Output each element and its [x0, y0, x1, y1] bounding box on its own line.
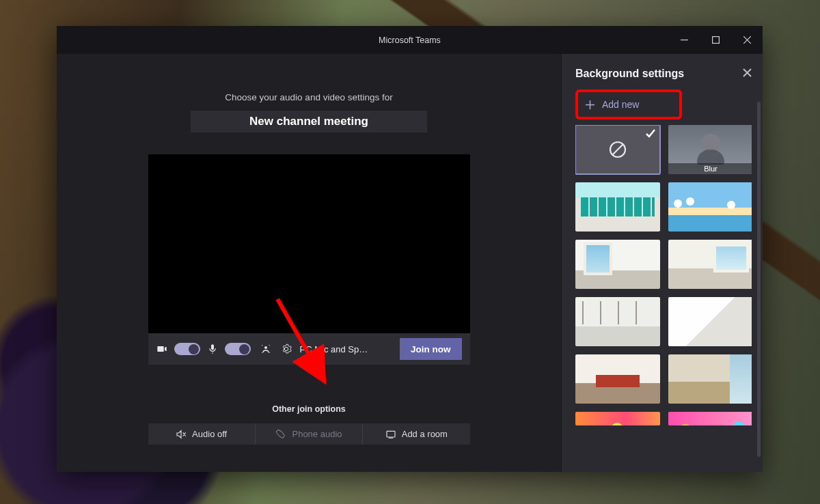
settings-subhead: Choose your audio and video settings for	[225, 92, 392, 102]
phone-audio-label: Phone audio	[292, 429, 342, 439]
microphone-icon	[207, 344, 218, 354]
window-body: Choose your audio and video settings for…	[57, 54, 763, 472]
background-blur[interactable]: Blur	[668, 125, 752, 174]
minimize-button[interactable]	[668, 26, 700, 54]
camera-preview	[148, 154, 470, 333]
preview-card: PC Mic and Sp… Join now	[148, 154, 470, 365]
background-thumb[interactable]	[668, 412, 752, 425]
background-grid[interactable]: Blur	[575, 125, 752, 464]
audio-device-label[interactable]: PC Mic and Sp…	[300, 344, 368, 354]
blur-caption: Blur	[668, 163, 752, 174]
background-thumb[interactable]	[575, 354, 660, 404]
background-none[interactable]	[575, 125, 660, 174]
preview-toolbar: PC Mic and Sp… Join now	[148, 333, 470, 365]
background-thumb[interactable]	[668, 354, 752, 404]
device-settings-icon[interactable]	[281, 344, 292, 354]
svg-point-1	[264, 346, 267, 349]
other-join-options: Audio off Phone audio Add a room	[148, 423, 470, 445]
microphone-toggle[interactable]	[225, 343, 251, 355]
background-thumb[interactable]	[575, 297, 660, 346]
background-thumb[interactable]	[575, 412, 660, 425]
teams-window: Microsoft Teams Choose your audio and vi…	[57, 26, 763, 472]
panel-header: Background settings	[575, 68, 752, 80]
add-room-option[interactable]: Add a room	[362, 423, 469, 445]
panel-close-button[interactable]	[743, 68, 752, 80]
add-room-label: Add a room	[402, 429, 448, 439]
audio-off-option[interactable]: Audio off	[148, 423, 255, 445]
meeting-title: New channel meeting	[191, 111, 427, 132]
close-window-button[interactable]	[731, 26, 763, 54]
background-effects-icon[interactable]	[260, 344, 271, 354]
titlebar: Microsoft Teams	[57, 26, 763, 54]
svg-rect-2	[387, 431, 395, 437]
background-thumb[interactable]	[575, 240, 660, 289]
add-new-button[interactable]: Add new	[581, 96, 676, 113]
add-new-label: Add new	[602, 99, 639, 110]
join-now-button[interactable]: Join now	[400, 338, 462, 360]
window-title: Microsoft Teams	[57, 36, 763, 45]
background-settings-panel: Background settings Add new	[561, 54, 763, 472]
check-icon	[645, 128, 656, 141]
background-thumb[interactable]	[668, 297, 752, 346]
camera-icon	[156, 344, 167, 354]
audio-off-label: Audio off	[192, 429, 227, 439]
phone-audio-option: Phone audio	[255, 423, 362, 445]
panel-title: Background settings	[575, 68, 684, 80]
svg-rect-0	[712, 37, 719, 44]
background-thumb[interactable]	[575, 182, 660, 232]
maximize-button[interactable]	[700, 26, 731, 54]
camera-toggle[interactable]	[174, 343, 200, 355]
background-thumb[interactable]	[668, 182, 752, 232]
window-controls	[668, 26, 763, 54]
other-join-options-label: Other join options	[272, 404, 346, 414]
background-thumb[interactable]	[668, 240, 752, 289]
add-new-highlight: Add new	[575, 89, 682, 120]
pre-join-pane: Choose your audio and video settings for…	[57, 54, 561, 472]
